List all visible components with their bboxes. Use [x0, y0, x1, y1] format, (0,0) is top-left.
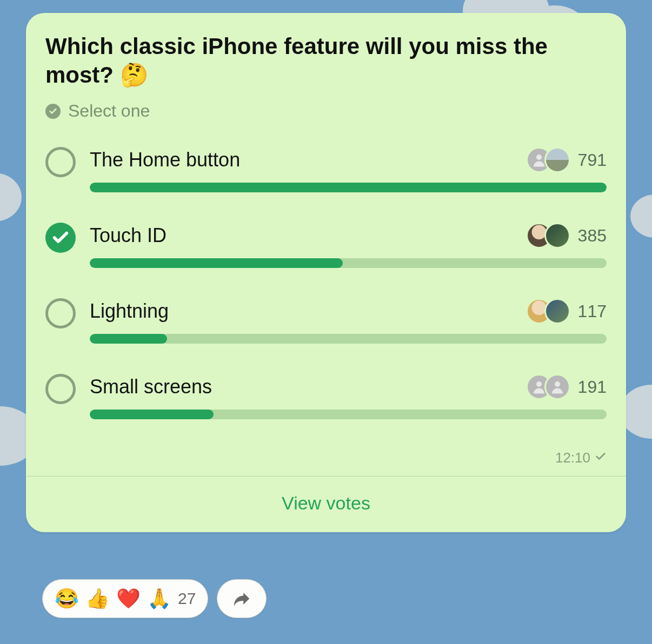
svg-point-2 — [555, 381, 560, 387]
avatar-icon — [544, 374, 570, 400]
voter-avatars — [526, 147, 570, 173]
poll-option-label: The Home button — [90, 149, 240, 171]
reaction-emoji: 🙏 — [147, 589, 171, 608]
avatar-icon — [544, 298, 570, 324]
poll-question: Which classic iPhone feature will you mi… — [45, 32, 607, 89]
radio-unchecked-icon — [45, 147, 76, 177]
radio-unchecked-icon — [45, 374, 76, 404]
vote-count: 385 — [578, 226, 607, 246]
reaction-count: 27 — [178, 589, 196, 608]
poll-option-small-screens[interactable]: Small screens 191 — [45, 374, 607, 419]
vote-count: 191 — [578, 377, 607, 397]
poll-option-label: Small screens — [90, 375, 212, 398]
result-bar-fill — [90, 334, 167, 344]
sent-check-icon — [595, 450, 607, 466]
poll-option-touch-id[interactable]: Touch ID 385 — [45, 223, 607, 268]
result-bar-fill — [90, 410, 214, 419]
voter-avatars — [526, 223, 570, 249]
vote-count: 791 — [578, 150, 607, 170]
reactions-pill[interactable]: 😂 👍 ❤️ 🙏 27 — [42, 579, 208, 618]
avatar-icon — [544, 223, 570, 249]
radio-unchecked-icon — [45, 298, 76, 328]
result-bar-fill — [90, 258, 343, 268]
result-bar-track — [90, 258, 607, 268]
forward-button[interactable] — [217, 579, 267, 618]
reactions-bar: 😂 👍 ❤️ 🙏 27 — [42, 579, 267, 618]
svg-point-0 — [536, 155, 542, 160]
result-bar-fill — [90, 183, 607, 192]
poll-option-home-button[interactable]: The Home button 791 — [45, 147, 607, 192]
message-timestamp: 12:10 — [555, 450, 590, 466]
result-bar-track — [90, 334, 607, 344]
poll-message-bubble: Which classic iPhone feature will you mi… — [26, 13, 626, 532]
reaction-emoji: 👍 — [85, 589, 110, 608]
vote-count: 117 — [578, 301, 607, 321]
message-meta: 12:10 — [45, 450, 607, 466]
cloud-decoration — [0, 173, 22, 222]
poll-option-label: Lightning — [90, 300, 169, 323]
reaction-emoji: ❤️ — [116, 589, 141, 608]
voter-avatars — [526, 374, 570, 400]
view-votes-button[interactable]: View votes — [45, 477, 607, 532]
result-bar-track — [90, 410, 607, 419]
poll-option-lightning[interactable]: Lightning 117 — [45, 298, 607, 344]
voter-avatars — [526, 298, 570, 324]
poll-instruction: Select one — [45, 101, 607, 121]
poll-instruction-label: Select one — [68, 101, 150, 121]
forward-arrow-icon — [231, 588, 252, 609]
cloud-decoration — [630, 194, 652, 238]
svg-point-1 — [536, 381, 542, 387]
result-bar-track — [90, 183, 607, 192]
poll-option-label: Touch ID — [90, 224, 167, 247]
check-badge-icon — [45, 104, 61, 119]
radio-checked-icon — [45, 223, 76, 253]
reaction-emoji: 😂 — [55, 589, 79, 608]
avatar-icon — [544, 147, 570, 173]
